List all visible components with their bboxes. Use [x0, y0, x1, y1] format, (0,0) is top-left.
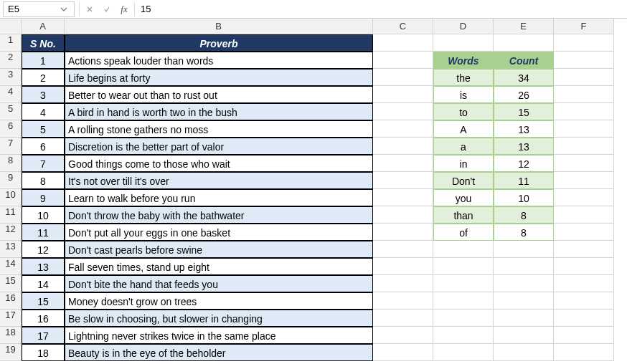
cancel-icon[interactable]	[81, 1, 98, 17]
cell-E18[interactable]	[494, 327, 554, 344]
column-header-C[interactable]: C	[373, 19, 433, 34]
cell-D3[interactable]: the	[433, 69, 494, 86]
cell-D6[interactable]: A	[433, 120, 494, 138]
cell-B16[interactable]: Money doesn't grow on trees	[65, 292, 373, 310]
cell-C1[interactable]	[373, 34, 433, 52]
fx-icon[interactable]: fx	[116, 1, 133, 17]
cell-F14[interactable]	[554, 258, 614, 275]
cell-F9[interactable]	[554, 172, 614, 189]
cell-B10[interactable]: Learn to walk before you run	[65, 189, 373, 206]
cell-B3[interactable]: Life begins at forty	[65, 69, 373, 86]
cell-C2[interactable]	[373, 52, 433, 69]
cell-D7[interactable]: a	[433, 138, 494, 155]
cell-E5[interactable]: 15	[494, 103, 554, 120]
cell-E9[interactable]: 11	[494, 172, 554, 189]
cell-A19[interactable]: 18	[22, 344, 65, 361]
cell-E12[interactable]: 8	[494, 224, 554, 241]
cell-F6[interactable]	[554, 120, 614, 138]
cell-A3[interactable]: 2	[22, 69, 65, 86]
cell-D8[interactable]: in	[433, 155, 494, 172]
cell-E8[interactable]: 12	[494, 155, 554, 172]
row-header-18[interactable]: 18	[0, 327, 22, 344]
cell-D9[interactable]: Don't	[433, 172, 494, 189]
cell-C19[interactable]	[373, 344, 433, 361]
enter-icon[interactable]	[98, 1, 116, 17]
row-header-15[interactable]: 15	[0, 275, 22, 292]
spreadsheet-grid[interactable]: ABCDEF1S No.Proverb21Actions speak loude…	[0, 19, 627, 361]
column-header-B[interactable]: B	[65, 19, 373, 34]
row-header-3[interactable]: 3	[0, 69, 22, 86]
cell-A5[interactable]: 4	[22, 103, 65, 120]
cell-F15[interactable]	[554, 275, 614, 292]
row-header-1[interactable]: 1	[0, 34, 22, 52]
row-header-13[interactable]: 13	[0, 241, 22, 258]
row-header-16[interactable]: 16	[0, 292, 22, 310]
cell-E6[interactable]: 13	[494, 120, 554, 138]
cell-F17[interactable]	[554, 310, 614, 327]
cell-E16[interactable]	[494, 292, 554, 310]
cell-D12[interactable]: of	[433, 224, 494, 241]
cell-C8[interactable]	[373, 155, 433, 172]
cell-F12[interactable]	[554, 224, 614, 241]
cell-A13[interactable]: 12	[22, 241, 65, 258]
cell-C14[interactable]	[373, 258, 433, 275]
cell-D4[interactable]: is	[433, 86, 494, 103]
row-header-11[interactable]: 11	[0, 206, 22, 224]
cell-F10[interactable]	[554, 189, 614, 206]
cell-B8[interactable]: Good things come to those who wait	[65, 155, 373, 172]
cell-B13[interactable]: Don't cast pearls before swine	[65, 241, 373, 258]
cell-B19[interactable]: Beauty is in the eye of the beholder	[65, 344, 373, 361]
cell-C18[interactable]	[373, 327, 433, 344]
cell-C16[interactable]	[373, 292, 433, 310]
cell-F13[interactable]	[554, 241, 614, 258]
row-header-2[interactable]: 2	[0, 52, 22, 69]
cell-D11[interactable]: than	[433, 206, 494, 224]
cell-C15[interactable]	[373, 275, 433, 292]
cell-C5[interactable]	[373, 103, 433, 120]
cell-C12[interactable]	[373, 224, 433, 241]
name-box[interactable]: E5	[3, 1, 75, 17]
column-header-F[interactable]: F	[554, 19, 614, 34]
column-header-A[interactable]: A	[22, 19, 65, 34]
cell-A6[interactable]: 5	[22, 120, 65, 138]
cell-B12[interactable]: Don't put all your eggs in one basket	[65, 224, 373, 241]
cell-B6[interactable]: A rolling stone gathers no moss	[65, 120, 373, 138]
cell-A8[interactable]: 7	[22, 155, 65, 172]
cell-C10[interactable]	[373, 189, 433, 206]
cell-E13[interactable]	[494, 241, 554, 258]
cell-B11[interactable]: Don't throw the baby with the bathwater	[65, 206, 373, 224]
cell-F1[interactable]	[554, 34, 614, 52]
cell-D16[interactable]	[433, 292, 494, 310]
cell-F5[interactable]	[554, 103, 614, 120]
cell-A17[interactable]: 16	[22, 310, 65, 327]
cell-F16[interactable]	[554, 292, 614, 310]
cell-E14[interactable]	[494, 258, 554, 275]
cell-D18[interactable]	[433, 327, 494, 344]
row-header-17[interactable]: 17	[0, 310, 22, 327]
cell-D19[interactable]	[433, 344, 494, 361]
cell-A4[interactable]: 3	[22, 86, 65, 103]
cell-B4[interactable]: Better to wear out than to rust out	[65, 86, 373, 103]
cell-E11[interactable]: 8	[494, 206, 554, 224]
cell-A7[interactable]: 6	[22, 138, 65, 155]
cell-C7[interactable]	[373, 138, 433, 155]
cell-E4[interactable]: 26	[494, 86, 554, 103]
cell-E17[interactable]	[494, 310, 554, 327]
cell-F11[interactable]	[554, 206, 614, 224]
cell-E10[interactable]: 10	[494, 189, 554, 206]
row-header-5[interactable]: 5	[0, 103, 22, 120]
cell-B7[interactable]: Discretion is the better part of valor	[65, 138, 373, 155]
chevron-down-icon[interactable]	[58, 6, 70, 13]
cell-C13[interactable]	[373, 241, 433, 258]
row-header-19[interactable]: 19	[0, 344, 22, 361]
row-header-4[interactable]: 4	[0, 86, 22, 103]
cell-F18[interactable]	[554, 327, 614, 344]
cell-F4[interactable]	[554, 86, 614, 103]
row-header-7[interactable]: 7	[0, 138, 22, 155]
cell-B18[interactable]: Lightning never strikes twice in the sam…	[65, 327, 373, 344]
cell-B17[interactable]: Be slow in choosing, but slower in chang…	[65, 310, 373, 327]
cell-F3[interactable]	[554, 69, 614, 86]
cell-A12[interactable]: 11	[22, 224, 65, 241]
cell-A15[interactable]: 14	[22, 275, 65, 292]
cell-C4[interactable]	[373, 86, 433, 103]
